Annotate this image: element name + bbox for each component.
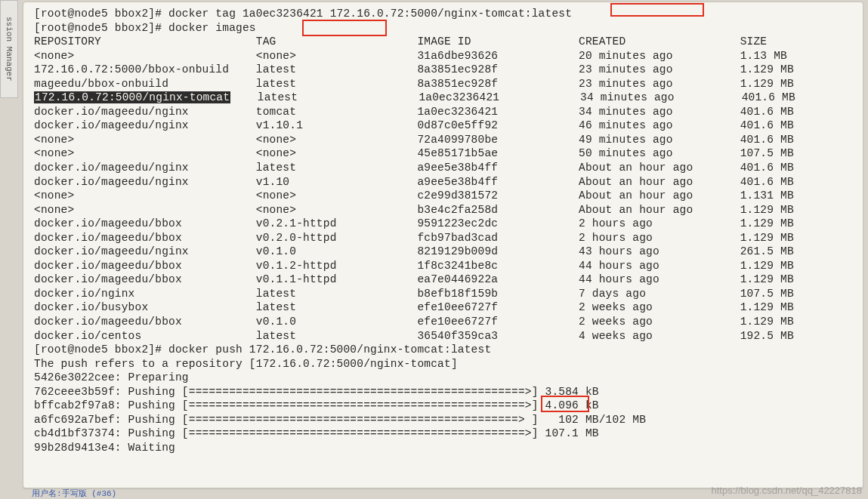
table-row: docker.io/mageedu/nginx v0.1.0 8219129b0… (34, 245, 857, 259)
push-layer-line: 99b28d9413e4: Waiting (34, 441, 857, 455)
table-row: docker.io/mageedu/nginx latest a9ee5e38b… (34, 161, 857, 175)
push-layer-line: a6fc692a7bef: Pushing [=================… (34, 413, 857, 427)
prompt-line: [root@node5 bbox2]# docker push 172.16.0… (34, 343, 857, 357)
highlighted-repo: 172.16.0.72:5000/nginx-tomcat (34, 91, 230, 103)
table-row: docker.io/busybox latest efe10ee6727f 2 … (34, 300, 857, 315)
push-layer-line: 5426e3022cee: Preparing (34, 371, 857, 385)
table-row: docker.io/mageedu/bbox v0.1.2-httpd 1f8c… (34, 259, 857, 273)
table-row: docker.io/mageedu/bbox v0.2.0-httpd fcb9… (34, 231, 857, 245)
terminal-window[interactable]: [root@node5 bbox2]# docker tag 1a0ec3236… (23, 2, 863, 488)
table-row: docker.io/mageedu/bbox v0.1.1-httpd ea7e… (34, 273, 857, 287)
push-layer-line: cb4d1bf37374: Pushing [=================… (34, 427, 857, 441)
table-row: <none> <none> 45e85171b5ae 50 minutes ag… (34, 146, 857, 161)
footer-text: 用户名:手写版 (#36) (32, 488, 116, 499)
table-row: 172.16.0.72:5000/nginx-tomcat latest 1a0… (34, 91, 857, 105)
table-row: <none> <none> 72a4099780be 49 minutes ag… (34, 133, 857, 147)
watermark-text: https://blog.csdn.net/qq_42227818 (712, 485, 863, 496)
side-panel-tab[interactable]: ssion Manager (0, 0, 18, 98)
prompt-line: [root@node5 bbox2]# docker images (34, 21, 857, 35)
table-row: docker.io/mageedu/bbox v0.2.1-httpd 9591… (34, 217, 857, 231)
table-row: 172.16.0.72:5000/bbox-onbuild latest 8a3… (34, 63, 857, 77)
push-layer-line: bffcab2f97a8: Pushing [=================… (34, 399, 857, 413)
push-layer-line: 762ceee3b59f: Pushing [=================… (34, 385, 857, 399)
table-row: <none> <none> 31a6dbe93626 20 minutes ag… (34, 49, 857, 63)
table-row: docker.io/mageedu/nginx v1.10 a9ee5e38b4… (34, 175, 857, 189)
table-row: <none> <none> b3e4c2fa258d About an hour… (34, 203, 857, 217)
prompt-line: [root@node5 bbox2]# docker tag 1a0ec3236… (34, 7, 857, 21)
table-row: docker.io/mageedu/nginx v1.10.1 0d87c0e5… (34, 119, 857, 133)
table-row: mageedu/bbox-onbuild latest 8a3851ec928f… (34, 77, 857, 91)
table-row: docker.io/mageedu/nginx tomcat 1a0ec3236… (34, 105, 857, 119)
terminal-content: [root@node5 bbox2]# docker tag 1a0ec3236… (34, 7, 857, 455)
push-refers: The push refers to a repository [172.16.… (34, 357, 857, 371)
table-row: docker.io/nginx latest b8efb18f159b 7 da… (34, 287, 857, 301)
side-panel-label: ssion Manager (5, 17, 14, 82)
table-row: <none> <none> c2e99d381572 About an hour… (34, 189, 857, 203)
table-header: REPOSITORY TAG IMAGE ID CREATED SIZE (34, 35, 857, 49)
table-row: docker.io/centos latest 36540f359ca3 4 w… (34, 329, 857, 343)
table-row: docker.io/mageedu/bbox v0.1.0 efe10ee672… (34, 315, 857, 329)
